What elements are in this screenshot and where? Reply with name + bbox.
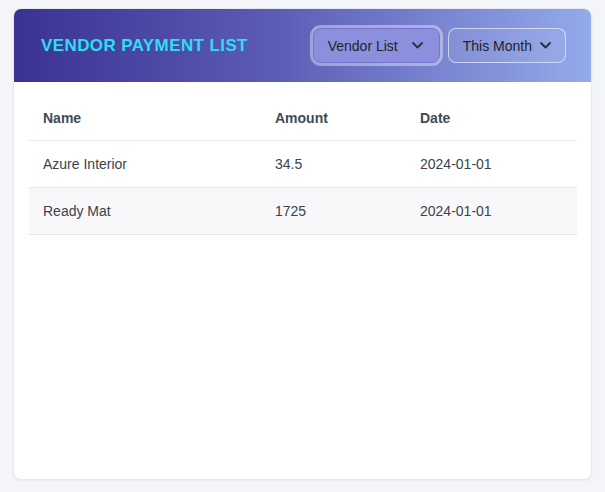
vendor-payment-list-card: VENDOR PAYMENT LIST Vendor List This Mon…: [13, 8, 592, 480]
chevron-down-icon: [540, 42, 551, 49]
cell-name: Azure Interior: [29, 140, 261, 187]
card-header: VENDOR PAYMENT LIST Vendor List This Mon…: [14, 9, 591, 82]
column-header-name: Name: [29, 103, 261, 140]
period-dropdown[interactable]: This Month: [448, 28, 566, 63]
header-controls: Vendor List This Month: [313, 28, 566, 63]
vendor-payment-table: Name Amount Date Azure Interior 34.5 202…: [29, 103, 577, 235]
cell-amount: 34.5: [261, 140, 406, 187]
cell-amount: 1725: [261, 187, 406, 234]
column-header-date: Date: [406, 103, 577, 140]
table-row[interactable]: Ready Mat 1725 2024-01-01: [29, 187, 577, 234]
cell-date: 2024-01-01: [406, 187, 577, 234]
column-header-amount: Amount: [261, 103, 406, 140]
vendor-list-dropdown-label: Vendor List: [328, 38, 398, 54]
chevron-down-icon: [412, 42, 423, 49]
period-dropdown-label: This Month: [463, 38, 532, 54]
cell-date: 2024-01-01: [406, 140, 577, 187]
vendor-list-dropdown[interactable]: Vendor List: [313, 28, 440, 63]
table-container: Name Amount Date Azure Interior 34.5 202…: [14, 82, 591, 235]
table-header-row: Name Amount Date: [29, 103, 577, 140]
cell-name: Ready Mat: [29, 187, 261, 234]
page-title: VENDOR PAYMENT LIST: [41, 36, 313, 56]
table-row[interactable]: Azure Interior 34.5 2024-01-01: [29, 140, 577, 187]
